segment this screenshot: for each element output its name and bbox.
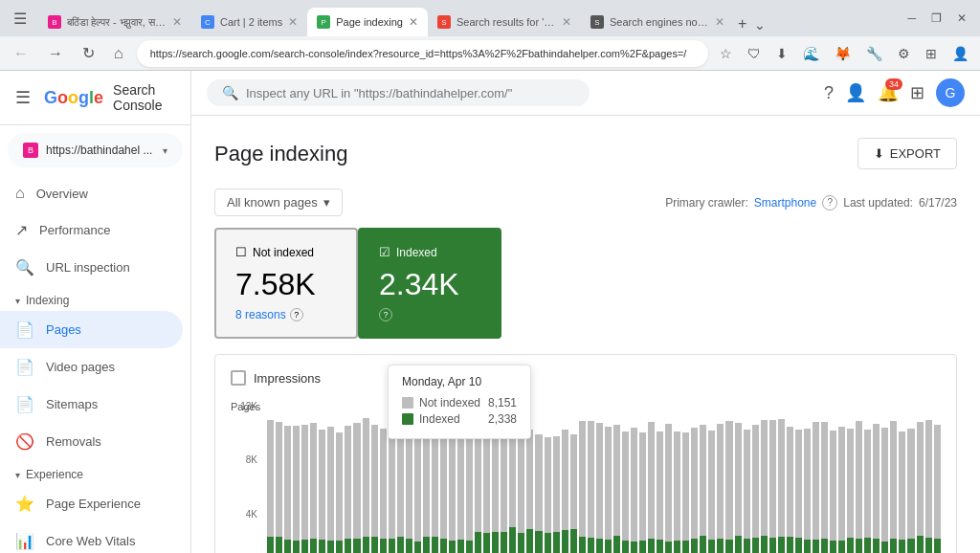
- browser-action-4[interactable]: ⚙: [894, 42, 914, 65]
- chart-area-wrapper: Pages 12K 8K 4K 0 3/20/23 4/1/: [231, 401, 941, 553]
- bar-indexed: [483, 533, 490, 553]
- sidebar-item-url-inspection[interactable]: 🔍 URL inspection: [0, 249, 183, 286]
- bar-indexed: [708, 540, 715, 553]
- search-container[interactable]: 🔍: [207, 79, 590, 106]
- indexed-stat[interactable]: ☑ Indexed 2.34K ?: [358, 228, 501, 339]
- extensions-icon[interactable]: ⊞: [922, 42, 941, 65]
- bar-group: [725, 401, 732, 553]
- filter-dropdown[interactable]: All known pages ▾: [214, 188, 343, 216]
- maximize-btn[interactable]: ❐: [925, 8, 947, 29]
- tab-label-3: Page indexing: [336, 16, 403, 28]
- bar-not-indexed: [475, 432, 481, 532]
- tab-close-1[interactable]: ✕: [172, 15, 182, 29]
- bar-not-indexed: [518, 436, 524, 533]
- browser-tab-2[interactable]: C Cart | 2 items ✕: [191, 8, 307, 36]
- back-btn[interactable]: ←: [8, 41, 34, 66]
- bar-not-indexed: [545, 437, 551, 533]
- browser-action-2[interactable]: 🦊: [831, 42, 855, 65]
- indexed-help-icon[interactable]: ?: [379, 308, 392, 321]
- contact-icon[interactable]: 👤: [845, 82, 866, 103]
- bar-group: [613, 401, 620, 553]
- bar-indexed: [717, 539, 724, 553]
- bookmark-icon[interactable]: ☆: [716, 42, 736, 65]
- user-avatar[interactable]: G: [936, 78, 965, 107]
- forward-btn[interactable]: →: [42, 41, 69, 66]
- bar-indexed: [492, 532, 499, 553]
- not-indexed-stat[interactable]: ☐ Not indexed 7.58K 8 reasons ?: [214, 228, 358, 339]
- bar-group: [881, 401, 888, 553]
- export-button[interactable]: ⬇ EXPORT: [858, 138, 957, 169]
- minimize-btn[interactable]: ─: [902, 8, 922, 29]
- bar-not-indexed: [570, 434, 577, 529]
- bar-not-indexed: [310, 423, 317, 539]
- bar-group: [700, 401, 706, 553]
- home-btn[interactable]: ⌂: [108, 41, 129, 66]
- sidebar-item-removals[interactable]: 🚫 Removals: [0, 423, 183, 460]
- bar-group: [778, 401, 785, 553]
- bar-not-indexed: [562, 430, 568, 530]
- address-input[interactable]: [137, 40, 708, 67]
- bar-indexed: [752, 538, 759, 553]
- new-tab-button[interactable]: +: [734, 11, 750, 36]
- sidebar-item-sitemaps[interactable]: 📄 Sitemaps: [0, 386, 183, 423]
- bar-indexed: [423, 537, 430, 553]
- domain-selector[interactable]: B https://bathindahel ... ▾: [8, 133, 183, 167]
- browser-tab-4[interactable]: S Search results for 'google... ✕: [428, 8, 581, 36]
- bar-not-indexed: [813, 422, 819, 540]
- bar-indexed: [847, 538, 854, 553]
- sidebar-item-performance[interactable]: ↗ Performance: [0, 211, 183, 249]
- tab-overflow-button[interactable]: ⌄: [750, 13, 769, 36]
- sidebar-item-video-pages[interactable]: 📄 Video pages: [0, 348, 183, 386]
- sidebar-item-core-web-vitals[interactable]: 📊 Core Web Vitals: [0, 522, 183, 553]
- indexed-check-icon: ☑: [379, 245, 390, 259]
- sidebar-item-overview[interactable]: ⌂ Overview: [0, 175, 183, 211]
- crawler-help-icon[interactable]: ?: [822, 195, 837, 210]
- hamburger-menu[interactable]: ☰: [15, 87, 31, 108]
- bar-not-indexed: [509, 429, 516, 527]
- browser-action-3[interactable]: 🔧: [862, 42, 886, 65]
- search-input[interactable]: [246, 86, 571, 100]
- tab-close-4[interactable]: ✕: [562, 15, 571, 29]
- bar-indexed: [353, 539, 360, 553]
- tab-close-2[interactable]: ✕: [288, 15, 298, 29]
- not-indexed-help-icon[interactable]: ?: [290, 308, 303, 321]
- experience-section-header[interactable]: ▾ Experience: [0, 460, 190, 485]
- notification-container[interactable]: 🔔 34: [878, 82, 899, 103]
- bar-group: [562, 401, 568, 553]
- sidebar-label-pages: Pages: [46, 322, 81, 337]
- system-menu-btn[interactable]: ☰: [8, 6, 33, 32]
- tab-close-5[interactable]: ✕: [715, 15, 724, 29]
- bars-area: [267, 401, 941, 553]
- tab-label-1: बठिंडा हेल्पर - भ्झुवार, सर...: [67, 16, 167, 29]
- tooltip-value-not-indexed: 8,151: [488, 396, 517, 409]
- close-btn[interactable]: ✕: [951, 8, 972, 29]
- bar-not-indexed: [579, 421, 586, 537]
- tab-close-3[interactable]: ✕: [409, 15, 418, 29]
- indexing-section-header[interactable]: ▾ Indexing: [0, 286, 190, 311]
- browser-tab-3[interactable]: P Page indexing ✕: [307, 8, 428, 36]
- bar-not-indexed: [778, 419, 785, 537]
- chart-checkbox[interactable]: [231, 370, 246, 386]
- browser-tab-1[interactable]: B बठिंडा हेल्पर - भ्झुवार, सर... ✕: [38, 8, 191, 36]
- bar-not-indexed: [725, 421, 732, 540]
- address-bar: ← → ↻ ⌂ ☆ 🛡 ⬇ 🌊 🦊 🔧 ⚙ ⊞ 👤: [0, 36, 980, 71]
- sidebar-label-video-pages: Video pages: [46, 360, 115, 374]
- bar-not-indexed: [336, 432, 343, 541]
- bar-not-indexed: [596, 423, 603, 539]
- sidebar-header: ☰ Google Search Console: [0, 71, 190, 125]
- sidebar-item-page-experience[interactable]: ⭐ Page Experience: [0, 485, 183, 522]
- help-icon[interactable]: ?: [824, 83, 834, 103]
- profile-icon[interactable]: 👤: [948, 42, 972, 65]
- browser-action-1[interactable]: 🌊: [799, 42, 823, 65]
- bar-not-indexed: [353, 423, 360, 539]
- apps-icon[interactable]: ⊞: [910, 82, 924, 103]
- bar-not-indexed: [466, 423, 473, 541]
- browser-tab-5[interactable]: S Search engines now bloc... ✕: [581, 8, 734, 36]
- reload-btn[interactable]: ↻: [77, 40, 100, 66]
- last-updated-value: 6/17/23: [919, 196, 957, 210]
- sidebar-item-pages[interactable]: 📄 Pages: [0, 311, 183, 348]
- tooltip-row-indexed: Indexed 2,338: [402, 412, 517, 426]
- download-icon[interactable]: ⬇: [772, 42, 791, 65]
- chart-header: Impressions: [231, 370, 941, 386]
- shield-icon: 🛡: [744, 42, 765, 65]
